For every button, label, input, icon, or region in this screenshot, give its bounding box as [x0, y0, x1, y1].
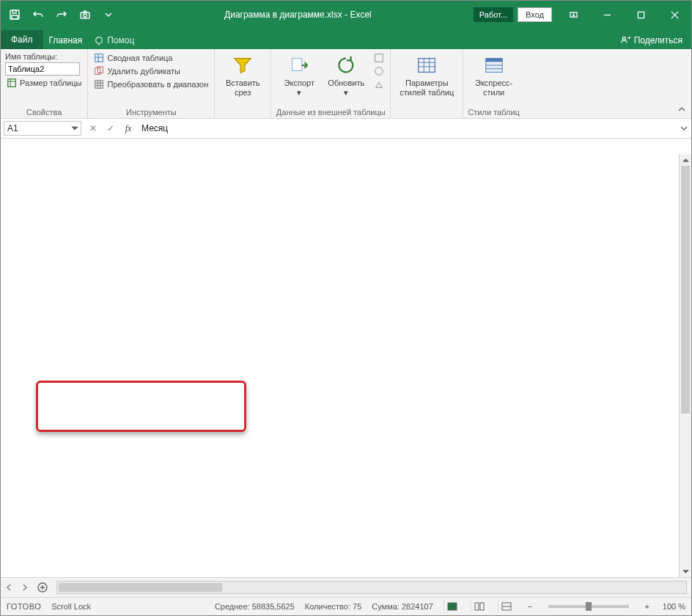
- zoom-out-button[interactable]: −: [525, 602, 535, 611]
- normal-view-icon[interactable]: [443, 600, 460, 613]
- svg-rect-6: [638, 12, 644, 18]
- horizontal-scrollbar[interactable]: [56, 581, 687, 594]
- svg-point-7: [96, 37, 103, 44]
- qat-customize-icon[interactable]: [99, 5, 118, 24]
- convert-range-button[interactable]: Преобразовать в диапазон: [92, 78, 210, 90]
- sheet-nav-prev-icon[interactable]: [1, 584, 17, 591]
- page-break-view-icon[interactable]: [498, 600, 515, 613]
- redo-button[interactable]: [52, 5, 71, 24]
- status-count: Количество: 75: [305, 602, 361, 611]
- tab-0[interactable]: Главная: [43, 31, 89, 49]
- accept-formula-icon[interactable]: ✓: [102, 123, 119, 133]
- style-options-button[interactable]: Параметрыстилей таблиц: [395, 52, 458, 98]
- convert-label: Преобразовать в диапазон: [107, 80, 208, 89]
- maximize-button[interactable]: [624, 1, 658, 29]
- scroll-up-icon[interactable]: [680, 154, 691, 166]
- ribbon-group-styleopts: Параметрыстилей таблиц: [391, 49, 463, 118]
- sheet-nav-next-icon[interactable]: [17, 584, 33, 591]
- svg-rect-21: [475, 603, 479, 610]
- status-ready: ГОТОВО: [7, 602, 41, 611]
- save-button[interactable]: [5, 5, 24, 24]
- svg-rect-18: [485, 59, 502, 62]
- ribbon-tabs: Файл Главная Помоц Поделиться: [1, 29, 691, 49]
- resize-table-button[interactable]: Размер таблицы: [5, 77, 83, 89]
- signin-button[interactable]: Вход: [518, 7, 552, 22]
- dedup-label: Удалить дубликаты: [107, 67, 180, 76]
- ribbon-group-tools: Сводная таблица Удалить дубликаты Преобр…: [88, 49, 215, 118]
- svg-rect-10: [95, 54, 103, 62]
- group-label-external: Данные из внешней таблицы: [276, 106, 386, 117]
- ext-small-1[interactable]: [372, 52, 386, 64]
- svg-point-8: [622, 37, 625, 40]
- highlight-callout: [36, 381, 246, 432]
- tell-me-label: Помоц: [107, 35, 134, 45]
- status-average: Среднее: 58835,5625: [215, 602, 295, 611]
- expand-formula-icon[interactable]: [677, 125, 691, 132]
- page-layout-view-icon[interactable]: [471, 600, 487, 613]
- export-button[interactable]: Экспорт▾: [276, 52, 323, 98]
- app-window: Диаграмма в диаграмме.xlsx - Excel Работ…: [0, 0, 692, 616]
- add-sheet-button[interactable]: [33, 582, 52, 593]
- insert-slicer-button[interactable]: Вставитьсрез: [219, 52, 266, 98]
- formula-bar: A1 ✕ ✓ fx Месяц: [1, 119, 691, 139]
- svg-rect-15: [375, 54, 383, 62]
- ribbon-options-icon[interactable]: [556, 1, 590, 29]
- sheet-tab-bar: [1, 577, 691, 597]
- name-box[interactable]: A1: [4, 121, 81, 136]
- ext-small-2[interactable]: [372, 65, 386, 77]
- save-status: Работ...: [474, 7, 513, 22]
- svg-rect-22: [480, 603, 484, 610]
- refresh-button[interactable]: Обновить▾: [323, 52, 369, 98]
- status-sum: Сумма: 2824107: [372, 602, 433, 611]
- svg-rect-9: [8, 79, 16, 87]
- svg-rect-20: [448, 603, 457, 610]
- window-title: Диаграмма в диаграмме.xlsx - Excel: [122, 10, 474, 20]
- tell-me[interactable]: Помоц: [88, 32, 140, 49]
- minimize-button[interactable]: [590, 1, 624, 29]
- svg-rect-2: [12, 15, 18, 19]
- svg-point-4: [84, 14, 86, 17]
- cancel-formula-icon[interactable]: ✕: [84, 123, 102, 133]
- svg-rect-16: [419, 59, 435, 73]
- zoom-slider[interactable]: [548, 605, 629, 608]
- quick-styles-button[interactable]: Экспресс-стили: [471, 52, 518, 98]
- collapse-ribbon-icon[interactable]: [677, 105, 687, 115]
- zoom-in-button[interactable]: +: [642, 602, 652, 611]
- svg-rect-1: [12, 10, 16, 13]
- scroll-down-icon[interactable]: [680, 565, 691, 577]
- vertical-scrollbar[interactable]: [679, 154, 691, 577]
- formula-input[interactable]: Месяц: [137, 122, 677, 135]
- share-button[interactable]: Поделиться: [612, 32, 691, 49]
- pivot-label: Сводная таблица: [107, 54, 172, 62]
- share-label: Поделиться: [634, 35, 682, 45]
- quick-access-toolbar: [1, 5, 122, 24]
- svg-rect-13: [95, 81, 103, 89]
- fx-icon[interactable]: fx: [119, 123, 137, 134]
- close-button[interactable]: [658, 1, 691, 29]
- dedup-button[interactable]: Удалить дубликаты: [92, 65, 210, 77]
- status-bar: ГОТОВО Scroll Lock Среднее: 58835,5625 К…: [1, 597, 691, 615]
- ribbon-group-external: Экспорт▾ Обновить▾ Данные из внешней таб…: [271, 49, 391, 118]
- undo-button[interactable]: [29, 5, 48, 24]
- ribbon: Имя таблицы: Размер таблицы Свойства Сво…: [1, 49, 691, 119]
- ext-small-3[interactable]: [372, 78, 386, 90]
- camera-icon[interactable]: [76, 5, 95, 24]
- tab-file[interactable]: Файл: [1, 30, 43, 49]
- group-label-properties: Свойства: [5, 106, 83, 117]
- status-scroll-lock: Scroll Lock: [51, 602, 91, 611]
- zoom-level: 100 %: [663, 602, 685, 611]
- ribbon-group-properties: Имя таблицы: Размер таблицы Свойства: [1, 49, 88, 118]
- svg-rect-14: [292, 59, 302, 71]
- titlebar: Диаграмма в диаграмме.xlsx - Excel Работ…: [1, 1, 691, 29]
- group-label-styles: Стили таблиц: [468, 106, 519, 117]
- ribbon-group-styles: Экспресс-стили Стили таблиц: [463, 49, 523, 118]
- table-name-input[interactable]: [5, 62, 80, 76]
- resize-label: Размер таблицы: [20, 78, 81, 87]
- ribbon-group-slicer: Вставитьсрез: [215, 49, 271, 118]
- group-label-tools: Инструменты: [92, 106, 210, 117]
- pivot-button[interactable]: Сводная таблица: [92, 52, 210, 64]
- spreadsheet-grid[interactable]: [1, 139, 691, 577]
- table-name-label: Имя таблицы:: [5, 52, 83, 61]
